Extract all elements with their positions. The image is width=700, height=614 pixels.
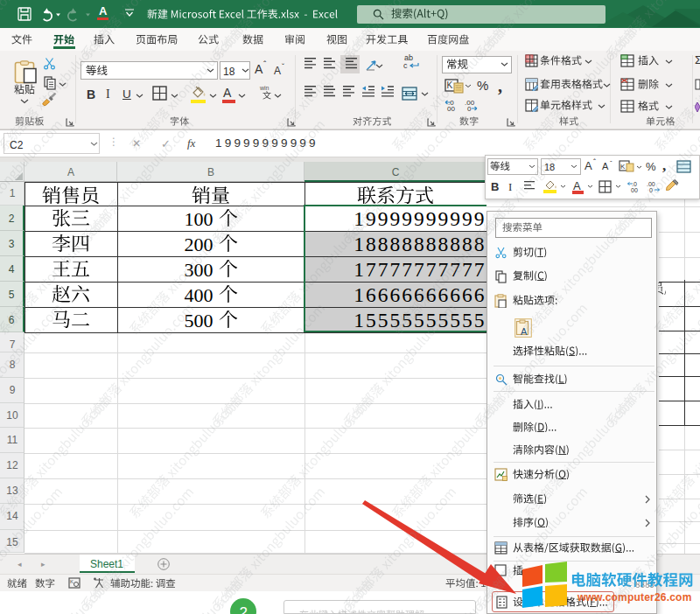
svg-text:K: K bbox=[70, 579, 74, 584]
svg-text:K: K bbox=[447, 80, 453, 90]
svg-text:00: 00 bbox=[631, 187, 638, 193]
svg-text:0: 0 bbox=[467, 105, 472, 112]
svg-text:K: K bbox=[620, 163, 626, 171]
svg-text:00: 00 bbox=[447, 105, 455, 112]
svg-text:.00: .00 bbox=[647, 181, 655, 187]
svg-text:A: A bbox=[521, 326, 528, 337]
svg-text:0: 0 bbox=[649, 187, 653, 193]
svg-text:2: 2 bbox=[240, 604, 248, 614]
